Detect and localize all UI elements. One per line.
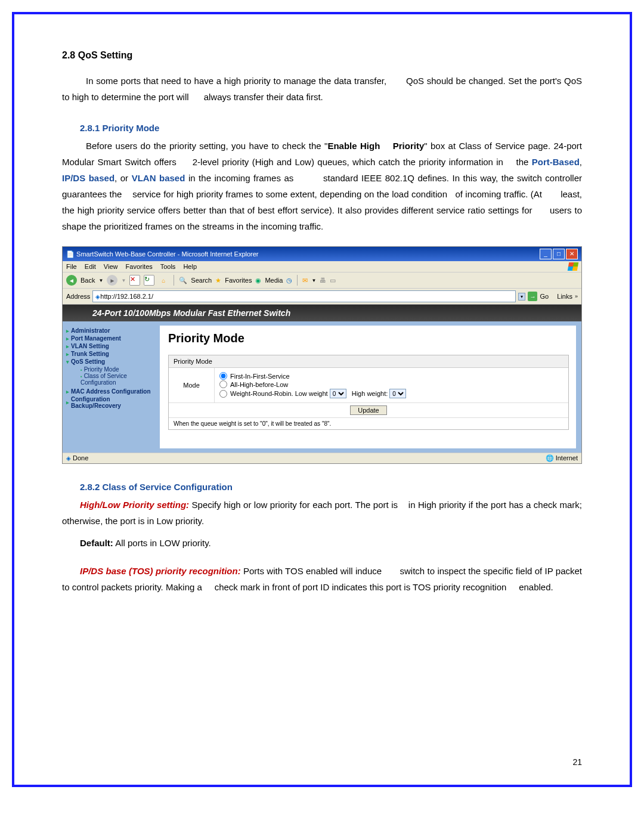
mail-icon[interactable]: ✉ [302,277,308,284]
status-bar: ◈ Done 🌐 Internet [63,453,581,463]
zone-text: Internet [556,454,578,462]
radio-weight-round-robin[interactable] [219,390,227,398]
text: of incoming traffic. (At [455,189,544,199]
lead-text: High/Low Priority setting: [80,500,189,510]
back-button-label[interactable]: Back [80,277,95,284]
radio-first-in-first-service[interactable] [219,372,227,380]
links-label[interactable]: Links [557,293,572,300]
chevron-icon: ▸ [66,343,69,349]
text: the [516,157,532,167]
go-label[interactable]: Go [540,293,549,300]
sidebar-item-configuration-backup[interactable]: ▸Configuration Backup/Recovery [66,396,156,409]
toolbar: ◄ Back ▼ ► ▼ ✕ ↻ ⌂ 🔍 Search ★ Favorites … [63,272,581,289]
home-button-icon[interactable]: ⌂ [158,275,169,286]
go-button-icon[interactable]: → [528,292,537,301]
status-text: Done [73,454,88,462]
window-titlebar: 📄 SmartSwitch Web-Base Controller - Micr… [63,247,581,261]
chevron-down-icon: ▾ [66,359,69,365]
radio-label: Weight-Round-Robin. Low weight [230,390,328,397]
text: Before users do the priority setting, yo… [86,141,327,151]
links-expand-icon[interactable]: » [575,293,578,299]
back-button-icon[interactable]: ◄ [66,275,77,286]
switch-banner: 24-Port 10/100Mbps Modular Fast Ethernet… [63,305,581,321]
address-url: http://192.168.2.1/ [100,293,153,300]
sidebar-item-vlan-setting[interactable]: ▸VLAN Setting [66,343,156,349]
print-icon[interactable]: 🖶 [320,277,326,284]
media-label[interactable]: Media [265,277,283,284]
search-icon[interactable]: 🔍 [179,277,187,284]
page-number: 21 [572,757,582,767]
done-icon: ◈ [66,455,71,462]
search-label[interactable]: Search [191,277,212,284]
low-weight-select[interactable]: 0 [330,389,346,398]
sidebar-subitem-priority-mode[interactable]: ▪ Priority Mode [80,366,156,373]
table-header: Priority Mode [169,355,568,368]
high-weight-label: High weight: [352,390,388,397]
menu-tools[interactable]: Tools [160,263,176,270]
text: check mark in front of port ID indicates… [215,582,509,592]
media-icon[interactable]: ◉ [255,277,261,284]
windows-flag-icon [568,262,578,271]
weight-note: When the queue weight is set to "0", it … [169,418,568,429]
edit-icon[interactable]: ▭ [330,277,336,284]
bullet-icon: ▪ [80,374,82,379]
favorites-label[interactable]: Favorites [225,277,252,284]
sidebar-item-mac-address[interactable]: ▸MAC Address Configuration [66,388,156,395]
forward-button-icon[interactable]: ► [107,275,117,286]
intro-paragraph: In some ports that need to have a high p… [62,73,582,105]
link-vlan-based[interactable]: VLAN based [132,173,185,183]
chevron-icon: ▸ [66,389,69,395]
default-label: Default: [80,538,113,548]
text: , [580,157,582,167]
cos-paragraph-2: IP/DS base (TOS) priority recognition: P… [62,563,582,595]
history-icon[interactable]: ◷ [286,277,292,284]
window-title: 📄 SmartSwitch Web-Base Controller - Micr… [66,250,259,258]
priority-mode-paragraph: Before users do the priority setting, yo… [62,138,582,234]
default-line: Default: All ports in LOW priority. [62,535,582,551]
internet-zone-icon: 🌐 [546,454,554,462]
menu-view[interactable]: View [104,263,118,270]
radio-label: All-High-before-Low [230,381,288,388]
menu-file[interactable]: File [66,263,77,270]
high-weight-select[interactable]: 0 [389,389,406,398]
sidebar-item-label: Class of Service Configuration [80,373,127,386]
text: Specify high or low priority for each po… [189,500,400,510]
link-port-based[interactable]: Port-Based [532,157,580,167]
text-bold: Enable High [327,141,383,151]
text: Ports with TOS enabled will induce [241,566,385,576]
sidebar-item-administrator[interactable]: ▸Administrator [66,327,156,334]
favorites-icon[interactable]: ★ [215,277,221,284]
menubar: File Edit View Favorites Tools Help [63,261,581,272]
lead-text: IP/DS base (TOS) priority recognition: [80,566,241,576]
main-content: Priority Mode Priority Mode Mode First-I… [159,325,577,449]
menu-help[interactable]: Help [183,263,197,270]
address-input[interactable]: ◈ http://192.168.2.1/ [92,290,516,302]
sidebar-item-trunk-setting[interactable]: ▸Trunk Setting [66,351,156,357]
sidebar-item-label: Configuration Backup/Recovery [71,396,156,409]
menu-favorites[interactable]: Favorites [126,263,153,270]
refresh-button-icon[interactable]: ↻ [144,275,154,286]
maximize-button[interactable]: □ [553,249,565,259]
chevron-icon: ▸ [66,328,69,334]
minimize-button[interactable]: _ [540,249,552,259]
radio-all-high-before-low[interactable] [219,380,227,388]
subsection-heading-class-of-service: 2.8.2 Class of Service Configuration [80,482,582,492]
cos-paragraph-1: High/Low Priority setting: Specify high … [62,497,582,529]
stop-button-icon[interactable]: ✕ [129,275,140,286]
window-controls: _ □ ✕ [540,249,578,259]
update-button[interactable]: Update [350,405,386,415]
browser-screenshot: 📄 SmartSwitch Web-Base Controller - Micr… [62,246,582,464]
text: , or [114,173,132,183]
default-text: All ports in LOW priority. [113,538,211,548]
address-dropdown-icon[interactable]: ▾ [518,293,525,301]
link-ip-ds-based[interactable]: IP/DS based [62,173,114,183]
text: service for high priority frames to some… [132,189,450,199]
section-heading: 2.8 QoS Setting [62,50,582,61]
sidebar-subitem-class-of-service[interactable]: ▪ Class of Service Configuration [80,373,156,386]
close-button[interactable]: ✕ [566,249,578,259]
sidebar-item-qos-setting[interactable]: ▾QoS Setting [66,358,156,365]
menu-edit[interactable]: Edit [85,263,96,270]
chevron-icon: ▸ [66,400,69,405]
sidebar-item-port-management[interactable]: ▸Port Management [66,335,156,342]
page-title: Priority Mode [168,332,568,345]
